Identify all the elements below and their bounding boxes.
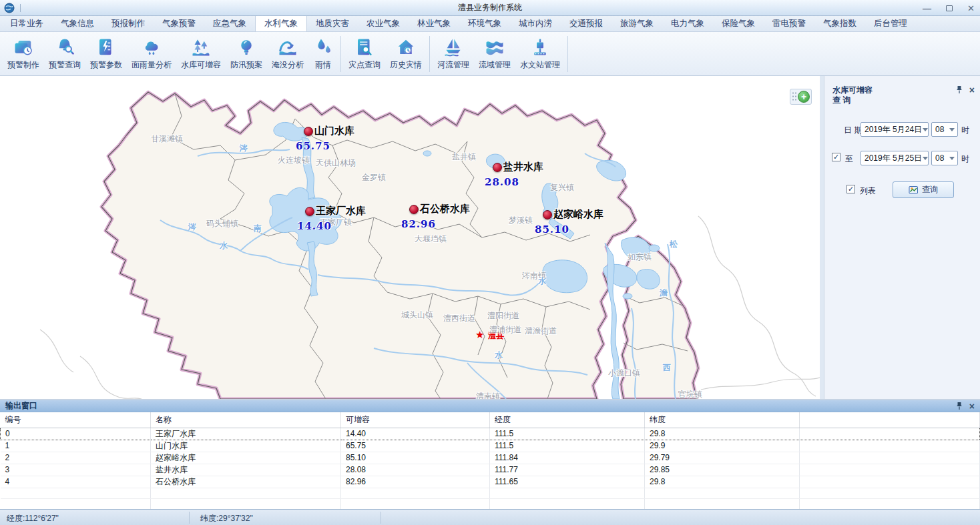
cloud-rain-icon — [142, 37, 162, 57]
output-table-header: 编号名称可增容经度纬度 — [1, 412, 980, 428]
town-label: 城头山镇 — [401, 310, 433, 321]
from-date-select[interactable]: 2019年 5月24日 — [861, 122, 929, 137]
menu-item-5[interactable]: 水利气象 — [255, 16, 307, 31]
drag-grip-icon[interactable] — [792, 91, 796, 102]
toolbar-button-bulb[interactable]: 防汛预案 — [226, 35, 267, 73]
menu-item-1[interactable]: 气象信息 — [52, 16, 103, 31]
from-hour-select[interactable]: 08 — [931, 122, 958, 137]
toolbar-button-waves[interactable]: 流域管理 — [474, 35, 515, 73]
menu-item-2[interactable]: 预报制作 — [103, 16, 154, 31]
menu-item-10[interactable]: 城市内涝 — [510, 16, 561, 31]
reservoir-marker[interactable] — [543, 210, 552, 219]
list-checkbox[interactable]: ✓ — [846, 185, 855, 193]
river-label: 水 — [538, 276, 546, 287]
reservoir-marker[interactable] — [305, 207, 314, 216]
menu-item-3[interactable]: 气象预警 — [154, 16, 204, 31]
menu-item-9[interactable]: 环境气象 — [459, 16, 510, 31]
town-label: 澧阳街道 — [487, 310, 519, 322]
close-button[interactable]: ✕ — [967, 4, 975, 13]
table-cell: 石公桥水库 — [151, 476, 341, 488]
table-row[interactable]: 2赵家峪水库85.10111.8429.79 — [1, 452, 980, 464]
toolbar-separator — [340, 36, 341, 72]
map-tool-chip: + — [790, 89, 812, 105]
toolbar-separator — [429, 36, 430, 72]
output-pin-icon[interactable] — [956, 402, 963, 410]
query-button-icon — [909, 185, 919, 195]
query-button[interactable]: 查询 — [893, 181, 954, 198]
panel-close-icon[interactable]: × — [969, 86, 975, 94]
menu-item-8[interactable]: 林业气象 — [409, 16, 459, 31]
toolbar-label: 灾点查询 — [348, 59, 381, 71]
minimize-button[interactable]: — — [923, 4, 931, 13]
restore-button[interactable] — [946, 5, 953, 11]
toolbar-label: 河流管理 — [437, 59, 469, 71]
pin-icon[interactable] — [956, 85, 963, 94]
toolbar-button-cloud-rain[interactable]: 面雨量分析 — [127, 35, 176, 73]
reservoir-name-label: 赵家峪水库 — [553, 208, 603, 221]
table-cell: 85.10 — [341, 452, 490, 464]
river-label: 澹 — [660, 288, 668, 299]
output-table: 编号名称可增容经度纬度 0王家厂水库14.40111.529.81山门水库65.… — [0, 412, 980, 510]
table-row[interactable]: 0王家厂水库14.40111.529.8 — [1, 428, 980, 440]
menu-item-17[interactable]: 后台管理 — [865, 16, 916, 31]
table-cell: 111.5 — [490, 428, 645, 440]
town-label: 火连坡镇 — [278, 155, 310, 166]
table-row[interactable]: 3盐井水库28.08111.7729.85 — [1, 464, 980, 476]
hydro-station-icon — [530, 37, 550, 57]
menu-item-15[interactable]: 雷电预警 — [764, 16, 814, 31]
map-canvas[interactable]: ★ 澧县 + 甘溪滩镇火连坡镇天供山林场金罗镇盐井镇复兴镇梦溪镇大堰垱镇码头铺镇… — [0, 76, 820, 399]
reservoir-marker[interactable] — [409, 205, 419, 214]
column-header[interactable]: 名称 — [151, 412, 341, 428]
menu-item-13[interactable]: 电力气象 — [662, 16, 713, 31]
menu-item-14[interactable]: 保险气象 — [713, 16, 764, 31]
toolbar-button-sailboat[interactable]: 河流管理 — [433, 35, 474, 73]
reservoir-marker[interactable] — [493, 163, 502, 172]
menu-item-6[interactable]: 地质灾害 — [307, 16, 358, 31]
menu-item-4[interactable]: 应急气象 — [204, 16, 255, 31]
panel-title: 水库可增容 查 询 — [832, 85, 873, 105]
town-label: 澧澹街道 — [525, 326, 557, 337]
table-row[interactable]: 1山门水库65.75111.529.9 — [1, 440, 980, 452]
toolbar-button-wave[interactable]: 淹没分析 — [267, 35, 308, 73]
menu-item-0[interactable]: 日常业务 — [1, 16, 52, 31]
menu-item-11[interactable]: 交通预报 — [561, 16, 611, 31]
docs-clock-icon — [13, 37, 33, 57]
toolbar-button-docs-clock[interactable]: 预警制作 — [3, 35, 44, 73]
menu-item-12[interactable]: 旅游气象 — [611, 16, 662, 31]
column-header[interactable]: 经度 — [490, 412, 645, 428]
menu-item-7[interactable]: 农业气象 — [358, 16, 409, 31]
table-cell: 0 — [1, 428, 151, 440]
to-hour-select[interactable]: 08 — [931, 151, 958, 165]
toolbar-button-bell-search[interactable]: 预警查询 — [44, 35, 85, 73]
output-close-icon[interactable]: × — [969, 402, 975, 410]
table-cell: 14.40 — [341, 428, 490, 440]
toolbar-button-house-history[interactable]: 历史灾情 — [385, 35, 427, 73]
town-label: 复兴镇 — [550, 182, 574, 193]
table-cell: 65.75 — [341, 440, 490, 452]
column-header[interactable]: 编号 — [1, 412, 151, 428]
reservoir-marker[interactable] — [304, 127, 313, 136]
table-cell: 4 — [1, 476, 151, 488]
toolbar-button-hydro-station[interactable]: 水文站管理 — [515, 35, 565, 73]
reservoir-name-label: 山门水库 — [314, 125, 354, 137]
to-date-checkbox[interactable]: ✓ — [832, 153, 840, 161]
table-row[interactable]: 4石公桥水库82.96111.6529.8 — [1, 476, 980, 488]
trees-water-icon — [191, 37, 211, 57]
column-header[interactable]: 可增容 — [341, 412, 490, 428]
date-label: 日 期 — [844, 125, 862, 136]
app-window: 澧县业务制作系统 — ✕ 日常业务气象信息预报制作气象预警应急气象水利气象地质灾… — [0, 0, 980, 525]
toolbar-button-raindrops[interactable]: 雨情 — [308, 35, 338, 73]
status-bar: 经度:112°6'27" 纬度:29°37'32" — [0, 509, 980, 525]
reservoir-value-label: 82.96 — [401, 218, 436, 230]
town-label: 澧浦街道 — [489, 324, 521, 336]
toolbar-button-trees-water[interactable]: 水库可增容 — [176, 35, 226, 73]
column-header[interactable]: 纬度 — [645, 412, 800, 428]
river-label: 涔 — [240, 143, 248, 154]
table-cell: 1 — [1, 440, 151, 452]
menu-item-16[interactable]: 气象指数 — [814, 16, 865, 31]
county-basemap — [0, 76, 820, 399]
toolbar-button-doc-search[interactable]: 灾点查询 — [344, 35, 385, 73]
zoom-in-button[interactable]: + — [798, 91, 810, 103]
toolbar-button-doc-lightning[interactable]: 预警参数 — [85, 35, 127, 73]
to-date-select[interactable]: 2019年 5月25日 — [861, 151, 929, 165]
